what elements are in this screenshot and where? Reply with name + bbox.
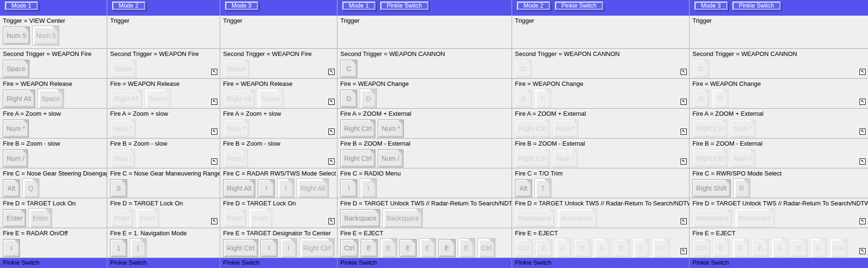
binding-cell[interactable]: Fire = WEAPON ReleaseRight AltSpace↖ (220, 79, 337, 109)
keycap[interactable]: Space (110, 60, 137, 78)
keycap[interactable]: Right Ctrl (223, 239, 258, 257)
binding-cell[interactable]: Fire B = Zoom - slowNum / (0, 139, 107, 168)
pinkie-switch-button[interactable]: Pinkie Switch (555, 1, 603, 10)
binding-cell[interactable]: Fire E = RADAR On/OffI (0, 228, 107, 258)
binding-cell[interactable]: Fire B = ZOOM - ExternalRight CtrlNum / (337, 139, 512, 168)
keycap[interactable]: Space (37, 89, 64, 109)
binding-cell[interactable]: Fire D = TARGET Lock OnEnterEnter↖ (107, 198, 220, 228)
keycap[interactable]: Enter (3, 209, 26, 227)
keycap[interactable]: E (555, 238, 572, 258)
keycap[interactable]: Num / (3, 149, 28, 167)
binding-cell[interactable]: Fire A = Zoom + slowNum *↖ (220, 109, 337, 139)
keycap[interactable]: D (534, 89, 551, 109)
keycap[interactable]: Right Ctrl (340, 149, 375, 167)
keycap[interactable]: Ctrl (515, 239, 533, 257)
keycap[interactable]: Num / (110, 149, 135, 167)
keycap[interactable]: Enter (28, 208, 52, 228)
keycap[interactable]: Alt (3, 179, 20, 197)
mode-2-button[interactable]: Mode 2 (112, 1, 145, 10)
keycap[interactable]: C (692, 60, 709, 78)
keycap[interactable]: Q (22, 178, 39, 198)
binding-cell[interactable]: Trigger (337, 16, 512, 49)
keycap[interactable]: Ctrl (340, 239, 358, 257)
binding-cell[interactable]: Fire A = ZOOM + ExternalRight CtrlNum *↖ (512, 109, 690, 139)
binding-cell[interactable]: Fire D = TARGET Unlock TWS // Radar-Retu… (690, 198, 868, 228)
keycap[interactable]: \ (360, 178, 377, 198)
binding-cell[interactable]: Fire A = Zoom + slowNum * (0, 109, 107, 139)
keycap[interactable]: E (419, 238, 436, 258)
keycap[interactable]: E (380, 238, 397, 258)
binding-cell[interactable]: Fire D = TARGET Unlock TWS // Radar-Retu… (512, 198, 690, 228)
keycap[interactable]: E (361, 239, 378, 257)
keycap[interactable]: E (713, 239, 730, 257)
keycap[interactable]: Backspace (692, 209, 732, 227)
keycap[interactable]: R (733, 178, 750, 198)
binding-cell[interactable]: Fire = WEAPON ReleaseRight AltSpace (0, 79, 107, 109)
keycap[interactable]: Right Alt (3, 90, 35, 108)
keycap[interactable]: Right Alt (223, 90, 255, 108)
keycap[interactable]: Ctrl (652, 238, 670, 258)
keycap[interactable]: Num * (552, 120, 579, 138)
binding-cell[interactable]: Fire E = EJECTCtrlEEEEEECtrl (337, 228, 512, 258)
keycap[interactable]: Right Ctrl (515, 149, 550, 167)
binding-cell[interactable]: Fire D = TARGET Unlock TWS // Radar-Retu… (337, 198, 512, 228)
keycap[interactable]: S (110, 179, 127, 197)
mode-2-button[interactable]: Mode 2 (517, 1, 550, 10)
keycap[interactable]: Enter (223, 209, 246, 227)
keycap[interactable]: E (633, 238, 650, 258)
binding-cell[interactable]: Second Trigger = WEAPON FireSpace↖ (107, 49, 220, 79)
binding-cell[interactable]: Second Trigger = WEAPON CANNONC↖ (512, 49, 690, 79)
keycap[interactable]: D (360, 89, 377, 109)
mode-3-button[interactable]: Mode 3 (694, 1, 728, 10)
keycap[interactable]: Right Ctrl (515, 120, 550, 138)
keycap[interactable]: Num / (378, 149, 403, 167)
keycap[interactable]: Num 5 (32, 26, 59, 46)
keycap[interactable]: E (594, 238, 611, 258)
binding-cell[interactable]: Second Trigger = WEAPON CANNONC↖ (690, 49, 868, 79)
keycap[interactable]: D (515, 90, 532, 108)
keycap[interactable]: Right Alt (297, 178, 329, 198)
binding-cell[interactable]: Trigger (690, 16, 868, 49)
keycap[interactable]: I (277, 178, 294, 198)
keycap[interactable]: Space (145, 89, 171, 109)
binding-cell[interactable]: Fire C = RWR/SPO Mode SelectRight ShiftR (690, 168, 868, 198)
binding-cell[interactable]: Fire B = ZOOM - ExternalRight CtrlNum /↖ (690, 139, 868, 168)
keycap[interactable]: E (439, 239, 456, 257)
keycap[interactable]: Right Ctrl (299, 238, 335, 258)
keycap[interactable]: Num * (110, 120, 136, 138)
keycap[interactable]: Num / (223, 149, 248, 167)
mode-3-button[interactable]: Mode 3 (225, 1, 258, 10)
binding-cell[interactable]: Fire E = EJECTCtrlEEEEEECtrl↖ (690, 228, 868, 258)
binding-cell[interactable]: Fire C = Nose Gear Maneuvering RangeS (107, 168, 220, 198)
mode-1-button[interactable]: Mode 1 (5, 1, 38, 10)
keycap[interactable]: E (791, 239, 808, 257)
keycap[interactable]: E (810, 238, 827, 258)
binding-cell[interactable]: Fire C = RADIO Menu\\ (337, 168, 512, 198)
keycap[interactable]: Right Ctrl (340, 120, 375, 138)
keycap[interactable]: E (574, 239, 591, 257)
keycap[interactable]: D (712, 89, 729, 109)
keycap[interactable]: D (340, 90, 357, 108)
keycap[interactable]: Backspace (735, 208, 775, 228)
keycap[interactable]: I (261, 239, 278, 257)
keycap[interactable]: Num * (3, 120, 29, 138)
keycap[interactable]: Right Ctrl (692, 149, 728, 167)
binding-cell[interactable]: Trigger (107, 16, 220, 49)
keycap[interactable]: Right Ctrl (692, 120, 728, 138)
binding-cell[interactable]: Fire B = ZOOM - ExternalRight CtrlNum /↖ (512, 139, 690, 168)
keycap[interactable]: Ctrl (477, 238, 495, 258)
mode-1-button[interactable]: Mode 1 (342, 1, 375, 10)
keycap[interactable]: Num * (730, 120, 756, 138)
keycap[interactable]: Right Alt (223, 179, 255, 197)
binding-cell[interactable]: Second Trigger = WEAPON FireSpace↖ (220, 49, 337, 79)
binding-cell[interactable]: Fire D = TARGET Lock OnEnterEnter↖ (220, 198, 337, 228)
keycap[interactable]: E (732, 238, 749, 258)
keycap[interactable]: E (613, 239, 630, 257)
binding-cell[interactable]: Fire A = ZOOM + ExternalRight CtrlNum *↖ (690, 109, 868, 139)
binding-cell[interactable]: Fire = WEAPON ChangeDD↖ (512, 79, 690, 109)
keycap[interactable]: Backspace (557, 208, 597, 228)
binding-cell[interactable]: Fire E = EJECTCtrlEEEEEECtrl↖ (512, 228, 690, 258)
keycap[interactable]: E (535, 239, 552, 257)
binding-cell[interactable]: Fire A = Zoom + slowNum *↖ (107, 109, 220, 139)
keycap[interactable]: Backspace (515, 209, 555, 227)
